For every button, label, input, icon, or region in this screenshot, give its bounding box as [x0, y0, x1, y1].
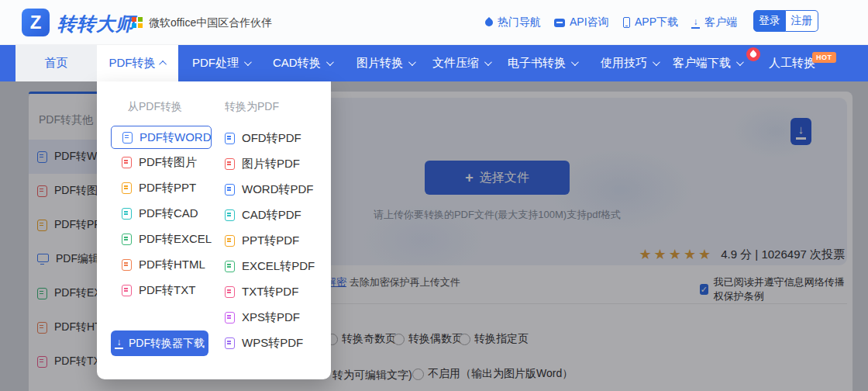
nav-home-label: 首页 [45, 56, 68, 71]
pdf-converter-download-button[interactable]: ↓ PDF转换器下载 [111, 330, 208, 356]
client-label: 客户端 [704, 16, 737, 29]
api-link[interactable]: API咨询 [554, 16, 609, 29]
ms-square-green [138, 17, 143, 22]
menu-item-label: TXT转PDF [242, 285, 298, 299]
nav-label: 客户端下载 [673, 56, 731, 71]
download-arrow-glyph: ↓ [117, 337, 122, 347]
menu-item-image-to-pdf[interactable]: 图片转PDF [214, 151, 315, 177]
nav-label: 文件压缩 [432, 56, 479, 71]
doc-icon [225, 312, 235, 324]
logo-icon[interactable]: Z [22, 9, 50, 36]
menu-item-txt-to-pdf[interactable]: TXT转PDF [214, 279, 315, 305]
dropdown-group-title-to-pdf: 转换为PDF [225, 100, 279, 114]
chevron-down-icon [484, 58, 492, 66]
chevron-down-icon [408, 58, 416, 66]
menu-item-label: PDF转TXT [139, 283, 195, 298]
menu-item-wps-to-pdf[interactable]: WPS转PDF [214, 330, 315, 356]
nav-item-file-compress[interactable]: 文件压缩 [432, 45, 490, 81]
menu-item-ppt-to-pdf[interactable]: PPT转PDF [214, 228, 315, 254]
doc-icon [122, 234, 132, 245]
nav-item-image-convert[interactable]: 图片转换 [356, 45, 414, 81]
doc-icon [122, 208, 132, 220]
nav-pdf-convert-label: PDF转换 [109, 56, 156, 71]
doc-icon [225, 184, 235, 196]
menu-item-label: PPT转PDF [242, 234, 299, 248]
flame-badge-icon [746, 47, 760, 61]
chat-icon [554, 19, 565, 27]
menu-item-pdf-to-word[interactable]: PDF转WORD [111, 126, 212, 149]
nav-label: PDF处理 [192, 56, 239, 71]
hot-nav-label: 热门导航 [498, 16, 541, 29]
download-icon: ↓ [115, 337, 123, 349]
pdf-convert-dropdown: 从PDF转换 转换为PDF PDF转WORD PDF转图片 PDF转PPT PD… [97, 81, 331, 379]
menu-item-pdf-to-txt[interactable]: PDF转TXT [111, 278, 212, 303]
menu-item-label: PDF转图片 [139, 155, 197, 170]
menu-item-label: WPS转PDF [242, 336, 303, 351]
doc-icon [225, 337, 235, 349]
menu-item-label: PDF转EXCEL [139, 232, 212, 247]
doc-icon [225, 235, 235, 247]
chevron-down-icon [653, 58, 660, 66]
nav-label: 使用技巧 [601, 56, 647, 71]
main-nav: 首页 PDF转换 PDF处理 CAD转换 图片转换 文件压缩 电子书转换 使用技… [0, 45, 868, 81]
nav-item-home[interactable]: 首页 [16, 45, 97, 81]
ms-square-yellow [138, 23, 143, 28]
menu-item-label: PDF转CAD [139, 206, 198, 221]
menu-item-xps-to-pdf[interactable]: XPS转PDF [214, 305, 315, 330]
menu-item-excel-to-pdf[interactable]: EXCEL转PDF [214, 254, 315, 279]
nav-item-client-download[interactable]: 客户端下载 [673, 45, 742, 81]
nav-item-ebook-convert[interactable]: 电子书转换 [508, 45, 577, 81]
chevron-down-icon [244, 58, 252, 66]
menu-item-cad-to-pdf[interactable]: CAD转PDF [214, 202, 315, 228]
menu-item-label: 图片转PDF [242, 157, 300, 171]
dropdown-group-title-from-pdf: 从PDF转换 [128, 100, 182, 114]
partner-text: 微软office中国区合作伙伴 [149, 16, 272, 30]
menu-item-label: EXCEL转PDF [242, 259, 315, 274]
nav-label: CAD转换 [273, 56, 321, 71]
flame-icon [749, 50, 757, 58]
nav-label: 人工转换 [769, 56, 815, 71]
download-button-label: PDF转换器下载 [129, 337, 205, 351]
flame-icon [484, 17, 494, 28]
hot-nav-link[interactable]: 热门导航 [485, 16, 541, 29]
doc-icon [225, 286, 235, 298]
page-root: Z 转转大师 微软office中国区合作伙伴 热门导航 API咨询 APP下载 … [0, 0, 868, 391]
menu-item-pdf-to-html[interactable]: PDF转HTML [111, 252, 212, 278]
doc-icon [122, 157, 132, 168]
register-button[interactable]: 注册 [786, 10, 818, 32]
doc-icon [122, 259, 132, 271]
menu-item-label: CAD转PDF [242, 208, 301, 223]
doc-icon [225, 158, 235, 170]
menu-item-label: PDF转PPT [139, 181, 196, 196]
doc-icon [225, 209, 235, 221]
menu-item-label: PDF转WORD [140, 130, 212, 145]
menu-item-pdf-to-cad[interactable]: PDF转CAD [111, 201, 212, 227]
nav-label: 电子书转换 [508, 56, 566, 71]
menu-item-pdf-to-image[interactable]: PDF转图片 [111, 150, 212, 175]
nav-item-cad-convert[interactable]: CAD转换 [273, 45, 332, 81]
microsoft-logo-icon [132, 17, 143, 28]
login-button[interactable]: 登录 [753, 10, 786, 32]
menu-item-word-to-pdf[interactable]: WORD转PDF [214, 177, 315, 202]
menu-item-label: XPS转PDF [242, 310, 300, 325]
site-logo-text[interactable]: 转转大师 [57, 12, 135, 36]
ms-square-blue [132, 23, 136, 28]
nav-item-manual-convert[interactable]: 人工转换 [769, 45, 815, 81]
nav-item-tips[interactable]: 使用技巧 [601, 45, 658, 81]
site-header: Z 转转大师 微软office中国区合作伙伴 热门导航 API咨询 APP下载 … [0, 0, 868, 45]
menu-item-ofd-to-pdf[interactable]: OFD转PDF [214, 126, 315, 151]
hot-badge: HOT [812, 52, 836, 63]
menu-item-label: WORD转PDF [242, 182, 314, 197]
app-download-link[interactable]: APP下载 [623, 16, 678, 29]
chevron-down-icon [326, 58, 334, 66]
nav-label: 图片转换 [356, 56, 403, 71]
ms-square-red [132, 17, 136, 22]
download-bar [115, 348, 123, 349]
menu-item-pdf-to-excel[interactable]: PDF转EXCEL [111, 227, 212, 252]
nav-item-pdf-process[interactable]: PDF处理 [192, 45, 250, 81]
menu-item-pdf-to-ppt[interactable]: PDF转PPT [111, 175, 212, 201]
client-link[interactable]: ↓ 客户端 [691, 16, 737, 29]
nav-item-pdf-convert[interactable]: PDF转换 [97, 45, 178, 81]
doc-icon [122, 132, 133, 144]
chevron-down-icon [571, 58, 579, 66]
